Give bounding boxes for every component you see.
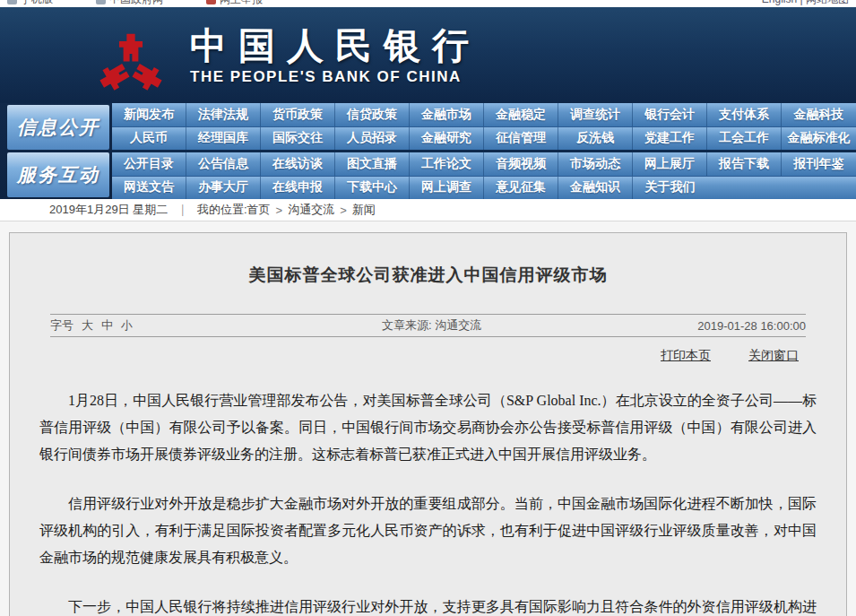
source-value: 沟通交流 <box>435 318 481 332</box>
nav-item[interactable]: 法律法规 <box>186 103 261 126</box>
fontsize-small-button[interactable]: 小 <box>121 317 133 334</box>
page-background: 美国标普全球公司获准进入中国信用评级市场 字号 大 中 小 文章来源: 沟通交流… <box>0 221 856 616</box>
nav-item[interactable]: 人员招录 <box>335 127 410 151</box>
close-window-link[interactable]: 关闭窗口 <box>748 348 799 364</box>
fontsize-large-button[interactable]: 大 <box>82 317 93 334</box>
nav-item[interactable]: 意见征集 <box>484 177 558 200</box>
nav-row-2: 人民币经理国库国际交往人员招录金融研究征信管理反洗钱党建工作工会工作金融标准化 <box>112 127 856 153</box>
nav-row-filler <box>707 177 856 200</box>
article-container: 美国标普全球公司获准进入中国信用评级市场 字号 大 中 小 文章来源: 沟通交流… <box>9 232 847 616</box>
nav-row-1: 新闻发布法律法规货币政策信贷政策金融市场金融稳定调查统计银行会计支付体系金融科技 <box>112 103 856 127</box>
nav-item[interactable]: 网上展厅 <box>633 152 707 176</box>
nav-item[interactable]: 货币政策 <box>261 103 335 126</box>
nav-item[interactable]: 公开目录 <box>112 152 186 176</box>
chevron-right-icon: > <box>276 204 283 217</box>
pboc-logo-icon <box>92 30 169 108</box>
nav-item[interactable]: 报告下载 <box>707 152 782 176</box>
nav-item[interactable]: 信贷政策 <box>335 103 410 126</box>
nav-item[interactable]: 金融知识 <box>558 177 633 200</box>
article-title: 美国标普全球公司获准进入中国信用评级市场 <box>50 264 806 287</box>
nav-item[interactable]: 人民币 <box>112 127 186 151</box>
nav-item[interactable]: 金融市场 <box>410 103 484 126</box>
nav-item[interactable]: 在线申报 <box>261 177 335 200</box>
nav-section-services[interactable]: 服务互动 <box>7 152 109 197</box>
fontsize-medium-button[interactable]: 中 <box>101 317 113 334</box>
nav-item[interactable]: 网上调查 <box>410 177 484 200</box>
chevron-right-icon: > <box>340 204 347 217</box>
nav-item[interactable]: 征信管理 <box>484 127 558 151</box>
source-label: 文章来源: <box>382 318 432 332</box>
nav-item[interactable]: 网送文告 <box>112 177 186 200</box>
site-title-chinese: 中国人民银行 <box>190 25 480 66</box>
breadcrumb-home[interactable]: 首页 <box>247 202 271 218</box>
nav-item[interactable]: 市场动态 <box>558 152 633 176</box>
topbar-link-report[interactable]: 网上举报 <box>206 0 263 7</box>
mobile-icon <box>7 0 17 4</box>
article-paragraph: 下一步，中国人民银行将持续推进信用评级行业对外开放，支持更多具有国际影响力且符合… <box>39 594 817 616</box>
site-header: 中国人民银行 THE PEOPLE'S BANK OF CHINA <box>0 7 856 103</box>
top-utility-bar: 手机版 中国政府网 网上举报 English | 网站地图 <box>0 0 856 7</box>
topbar-link-mobile[interactable]: 手机版 <box>7 0 53 7</box>
breadcrumb-divider: ｜ <box>177 202 188 218</box>
topbar-link-gov[interactable]: 中国政府网 <box>96 0 163 7</box>
nav-item[interactable]: 支付体系 <box>707 103 782 126</box>
article-paragraph: 信用评级行业对外开放是稳步扩大金融市场对外开放的重要组成部分。当前，中国金融市场… <box>39 490 817 571</box>
nav-item[interactable]: 图文直播 <box>335 152 410 176</box>
nav-item[interactable]: 报刊年鉴 <box>782 152 856 176</box>
nav-item[interactable]: 党建工作 <box>633 127 707 151</box>
nav-item[interactable]: 下载中心 <box>335 177 410 200</box>
fontsize-label: 字号 <box>50 317 73 334</box>
topbar-right-links[interactable]: English | 网站地图 <box>762 0 849 7</box>
nav-item[interactable]: 经理国库 <box>186 127 261 151</box>
nav-item[interactable]: 金融研究 <box>410 127 484 151</box>
nav-item[interactable]: 金融科技 <box>782 103 856 126</box>
nav-item[interactable]: 工作论文 <box>410 152 484 176</box>
nav-item[interactable]: 国际交往 <box>261 127 335 151</box>
report-icon <box>206 0 216 4</box>
nav-item[interactable]: 银行会计 <box>633 103 707 126</box>
article-paragraph: 1月28日，中国人民银行营业管理部发布公告，对美国标普全球公司（S&P Glob… <box>39 387 817 468</box>
nav-item[interactable]: 办事大厅 <box>186 177 261 200</box>
article-meta-bar: 字号 大 中 小 文章来源: 沟通交流 2019-01-28 16:00:00 <box>50 314 806 337</box>
breadcrumb: 2019年1月29日 星期二 ｜ 我的位置: 首页 > 沟通交流 > 新闻 <box>0 199 856 221</box>
nav-item[interactable]: 在线访谈 <box>261 152 335 176</box>
nav-item[interactable]: 调查统计 <box>558 103 633 126</box>
print-page-link[interactable]: 打印本页 <box>661 348 711 364</box>
location-label: 我的位置: <box>197 202 247 218</box>
nav-item[interactable]: 公告信息 <box>186 152 261 176</box>
nav-item[interactable]: 音频视频 <box>484 152 558 176</box>
nav-item[interactable]: 金融标准化 <box>782 127 856 151</box>
nav-item[interactable]: 金融稳定 <box>484 103 558 126</box>
nav-item[interactable]: 关于我们 <box>633 177 707 200</box>
breadcrumb-communication[interactable]: 沟通交流 <box>288 202 334 218</box>
article-body: 1月28日，中国人民银行营业管理部发布公告，对美国标普全球公司（S&P Glob… <box>39 387 817 616</box>
globe-icon <box>96 0 106 4</box>
breadcrumb-news[interactable]: 新闻 <box>352 202 376 218</box>
main-navigation: 信息公开 服务互动 新闻发布法律法规货币政策信贷政策金融市场金融稳定调查统计银行… <box>0 103 856 199</box>
article-datetime: 2019-01-28 16:00:00 <box>697 319 806 333</box>
nav-section-info-disclosure[interactable]: 信息公开 <box>7 105 109 150</box>
nav-item[interactable]: 反洗钱 <box>558 127 633 151</box>
current-date: 2019年1月29日 星期二 <box>49 202 168 218</box>
site-title-english: THE PEOPLE'S BANK OF CHINA <box>190 68 480 86</box>
nav-item[interactable]: 工会工作 <box>707 127 782 151</box>
nav-row-3: 公开目录公告信息在线访谈图文直播工作论文音频视频市场动态网上展厅报告下载报刊年鉴 <box>112 152 856 177</box>
nav-row-4: 网送文告办事大厅在线申报下载中心网上调查意见征集金融知识关于我们 <box>112 177 856 200</box>
